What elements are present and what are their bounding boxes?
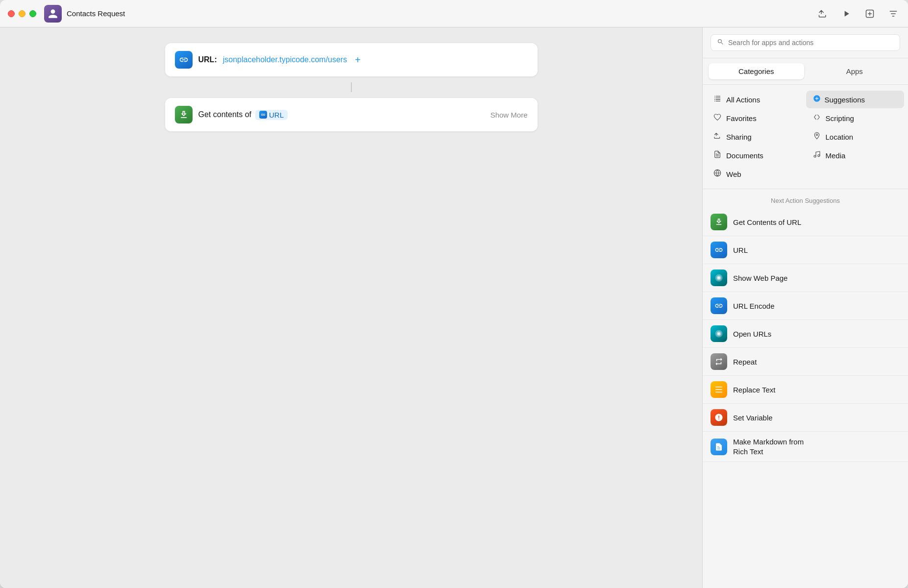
location-icon [812,132,822,142]
connector-line [351,82,352,92]
open-urls-icon [711,325,727,342]
sharing-label: Sharing [726,133,752,141]
action-text-before: Get contents of [198,110,252,119]
new-action-button[interactable] [863,7,877,21]
search-bar [703,27,908,58]
suggestion-open-urls[interactable]: Open URLs [703,320,908,348]
suggestion-url[interactable]: URL [703,236,908,264]
suggestion-label-open-urls: Open URLs [733,330,771,338]
tab-bar: Categories Apps [703,58,908,85]
suggestions-section: Next Action Suggestions Get Contents of … [703,189,908,588]
suggestion-replace-text[interactable]: Replace Text [703,376,908,404]
search-icon [717,38,724,47]
app-icon [44,5,62,23]
close-button[interactable] [8,10,15,17]
make-markdown-icon [711,439,727,455]
svg-point-1 [814,155,816,157]
web-label: Web [726,170,741,178]
suggestion-set-variable[interactable]: Set Variable [703,404,908,432]
url-label: URL: [198,55,217,64]
suggestion-repeat[interactable]: Repeat [703,348,908,376]
suggestion-label-show-web-page: Show Web Page [733,274,787,282]
documents-icon [712,150,722,160]
suggestion-label-set-variable: Set Variable [733,414,773,422]
scripting-icon [812,113,822,123]
url-add-button[interactable]: + [355,55,361,65]
category-media[interactable]: Media [806,147,905,164]
url-value[interactable]: jsonplaceholder.typicode.com/users [223,55,347,64]
suggestion-label-url-encode: URL Encode [733,302,775,310]
media-icon [812,150,822,160]
category-all-actions[interactable]: All Actions [707,91,805,108]
app-window: Contacts Request [0,0,908,588]
traffic-lights [8,10,36,17]
title-bar: Contacts Request [0,0,908,27]
favorites-label: Favorites [726,114,757,122]
tab-categories[interactable]: Categories [709,63,804,79]
location-label: Location [826,133,854,141]
suggestions-label: Suggestions [825,96,865,104]
suggestion-label-url: URL [733,246,748,254]
url-chip-label: URL [269,111,284,119]
url-card: URL: jsonplaceholder.typicode.com/users … [165,43,538,76]
show-web-page-icon [711,270,727,286]
category-documents[interactable]: Documents [707,147,805,164]
categories-section: All Actions Suggestions [703,85,908,189]
url-encode-icon [711,297,727,314]
scripting-label: Scripting [826,114,854,122]
main-content: URL: jsonplaceholder.typicode.com/users … [0,27,908,588]
documents-label: Documents [726,151,763,160]
share-button[interactable] [816,7,830,21]
title-bar-actions [816,7,900,21]
app-icon-title: Contacts Request [44,5,816,23]
repeat-icon [711,353,727,370]
workflow-canvas: URL: jsonplaceholder.typicode.com/users … [0,27,702,588]
get-contents-card: Get contents of URL Show More [165,98,538,131]
svg-point-2 [818,155,820,157]
category-sharing[interactable]: Sharing [707,128,805,146]
category-suggestions[interactable]: Suggestions [806,91,905,108]
svg-point-9 [718,333,720,335]
suggestion-show-web-page[interactable]: Show Web Page [703,264,908,292]
suggestion-label-get-contents: Get Contents of URL [733,218,801,226]
search-input-wrap [711,34,900,51]
category-web[interactable]: Web [707,165,805,183]
show-more-button[interactable]: Show More [491,111,528,119]
url-chip-icon [259,111,267,119]
suggestions-icon [812,95,822,104]
all-actions-icon [712,95,722,104]
url-icon [175,51,193,69]
suggestion-label-repeat: Repeat [733,358,757,366]
minimize-button[interactable] [19,10,25,17]
tab-apps[interactable]: Apps [807,63,903,79]
category-scripting[interactable]: Scripting [806,109,905,127]
suggestion-get-contents-url[interactable]: Get Contents of URL [703,208,908,236]
suggestion-url-encode[interactable]: URL Encode [703,292,908,320]
right-panel: Categories Apps All Actions [702,27,908,588]
category-favorites[interactable]: Favorites [707,109,805,127]
run-button[interactable] [839,7,853,21]
window-title: Contacts Request [67,9,125,18]
web-icon [712,169,722,179]
category-location[interactable]: Location [806,128,905,146]
search-input[interactable] [728,39,894,47]
favorites-icon [712,113,722,123]
action-text: Get contents of URL [198,110,485,120]
set-variable-icon [711,409,727,426]
media-label: Media [826,151,846,160]
svg-point-6 [718,277,720,279]
suggestion-label-make-markdown: Make Markdown fromRich Text [733,437,804,456]
sharing-icon [712,132,722,142]
suggestions-header: Next Action Suggestions [703,189,908,208]
suggestion-label-replace-text: Replace Text [733,386,775,394]
get-contents-suggestion-icon [711,214,727,230]
all-actions-label: All Actions [726,96,760,104]
url-chip[interactable]: URL [255,110,288,120]
url-suggestion-icon [711,242,727,258]
get-contents-icon [175,106,193,123]
suggestion-make-markdown[interactable]: Make Markdown fromRich Text [703,432,908,462]
maximize-button[interactable] [29,10,36,17]
filter-button[interactable] [886,7,900,21]
replace-text-icon [711,381,727,398]
